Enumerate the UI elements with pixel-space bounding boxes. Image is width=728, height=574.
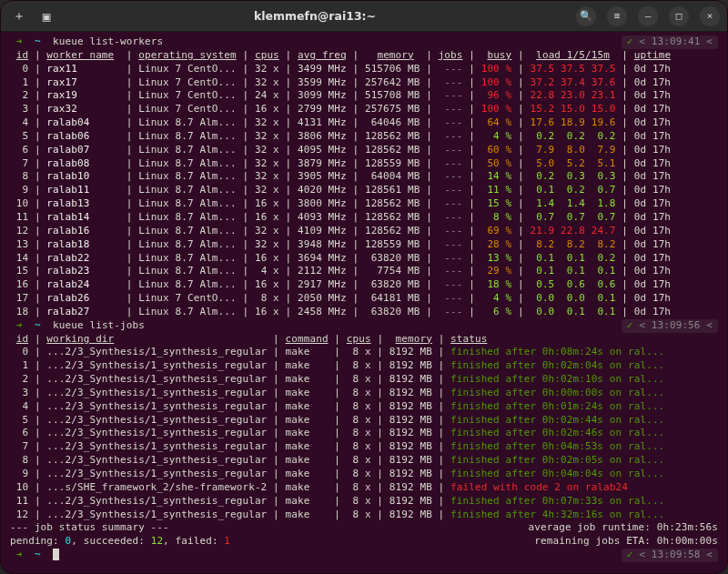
- worker-row: 6 | ralab07 | Linux 8.7 Alm... | 32 x | …: [10, 144, 718, 157]
- terminal-body[interactable]: ✓ < 13:09:41 < ➜ ~ kueue list-workers id…: [1, 32, 727, 573]
- close-icon[interactable]: ×: [700, 6, 720, 26]
- terminal-window: ＋ ▣ klemmefn@rai13:~ 🔍 ≡ – □ × ✓ < 13:09…: [0, 0, 728, 574]
- prompt-line: ✓ < 13:09:41 < ➜ ~ kueue list-workers: [10, 35, 718, 49]
- worker-row: 4 | ralab04 | Linux 8.7 Alm... | 32 x | …: [10, 116, 718, 130]
- job-row: 2 | ...2/3_Synthesis/1_synthesis_regular…: [10, 373, 718, 387]
- menu-icon[interactable]: ≡: [607, 6, 627, 26]
- job-row: 8 | ...2/3_Synthesis/1_synthesis_regular…: [10, 454, 718, 468]
- worker-row: 1 | rax17 | Linux 7 CentO... | 32 x | 35…: [10, 76, 718, 90]
- worker-row: 0 | rax11 | Linux 7 CentO... | 32 x | 34…: [10, 63, 718, 76]
- prompt-line: ✓ < 13:09:56 < ➜ ~ kueue list-jobs: [10, 319, 718, 333]
- worker-row: 8 | ralab10 | Linux 8.7 Alm... | 32 x | …: [10, 170, 718, 184]
- jobs-header: id | working dir | command | cpus | memo…: [10, 333, 718, 347]
- worker-row: 2 | rax19 | Linux 7 CentO... | 24 x | 30…: [10, 89, 718, 103]
- job-row: 4 | ...2/3_Synthesis/1_synthesis_regular…: [10, 400, 718, 414]
- prompt-line: ✓ < 13:09:58 < ➜ ~: [10, 549, 718, 562]
- worker-row: 5 | ralab06 | Linux 8.7 Alm... | 32 x | …: [10, 130, 718, 144]
- workers-header: id | worker name | operating system | cp…: [10, 49, 718, 63]
- worker-row: 14 | ralab22 | Linux 8.7 Alm... | 16 x |…: [10, 252, 718, 266]
- worker-row: 15 | ralab23 | Linux 8.7 Alm... | 4 x | …: [10, 265, 718, 278]
- worker-row: 13 | ralab18 | Linux 8.7 Alm... | 32 x |…: [10, 238, 718, 252]
- job-row: 5 | ...2/3_Synthesis/1_synthesis_regular…: [10, 414, 718, 428]
- job-row: 1 | ...2/3_Synthesis/1_synthesis_regular…: [10, 359, 718, 373]
- job-row: 12 | ...2/3_Synthesis/1_synthesis_regula…: [10, 509, 718, 522]
- titlebar: ＋ ▣ klemmefn@rai13:~ 🔍 ≡ – □ ×: [1, 1, 727, 32]
- cursor: [53, 549, 59, 560]
- window-title: klemmefn@rai13:~: [54, 9, 576, 23]
- worker-row: 9 | ralab11 | Linux 8.7 Alm... | 32 x | …: [10, 184, 718, 197]
- summary-counts: remaining jobs ETA: 0h:00m:00spending: 0…: [10, 535, 718, 549]
- job-row: 6 | ...2/3_Synthesis/1_synthesis_regular…: [10, 427, 718, 440]
- job-row: 9 | ...2/3_Synthesis/1_synthesis_regular…: [10, 468, 718, 481]
- worker-row: 17 | ralab26 | Linux 7 CentO... | 8 x | …: [10, 292, 718, 306]
- worker-row: 12 | ralab16 | Linux 8.7 Alm... | 32 x |…: [10, 225, 718, 238]
- search-icon[interactable]: 🔍: [576, 6, 596, 26]
- worker-row: 3 | rax32 | Linux 7 CentO... | 16 x | 27…: [10, 103, 718, 116]
- job-row: 0 | ...2/3_Synthesis/1_synthesis_regular…: [10, 346, 718, 359]
- job-row: 10 | ...s/SHE_framework_2/she-framework-…: [10, 481, 718, 495]
- maximize-icon[interactable]: □: [669, 6, 689, 26]
- minimize-icon[interactable]: –: [638, 6, 658, 26]
- terminal-icon[interactable]: ▣: [39, 9, 54, 24]
- job-row: 11 | ...2/3_Synthesis/1_synthesis_regula…: [10, 495, 718, 509]
- worker-row: 11 | ralab14 | Linux 8.7 Alm... | 16 x |…: [10, 211, 718, 225]
- summary-title: average job runtime: 0h:23m:56s--- job s…: [10, 521, 718, 535]
- worker-row: 16 | ralab24 | Linux 8.7 Alm... | 16 x |…: [10, 278, 718, 292]
- new-tab-icon[interactable]: ＋: [12, 9, 26, 24]
- worker-row: 10 | ralab13 | Linux 8.7 Alm... | 16 x |…: [10, 197, 718, 211]
- worker-row: 7 | ralab08 | Linux 8.7 Alm... | 32 x | …: [10, 157, 718, 171]
- job-row: 7 | ...2/3_Synthesis/1_synthesis_regular…: [10, 440, 718, 454]
- job-row: 3 | ...2/3_Synthesis/1_synthesis_regular…: [10, 387, 718, 400]
- worker-row: 18 | ralab27 | Linux 8.7 Alm... | 16 x |…: [10, 306, 718, 319]
